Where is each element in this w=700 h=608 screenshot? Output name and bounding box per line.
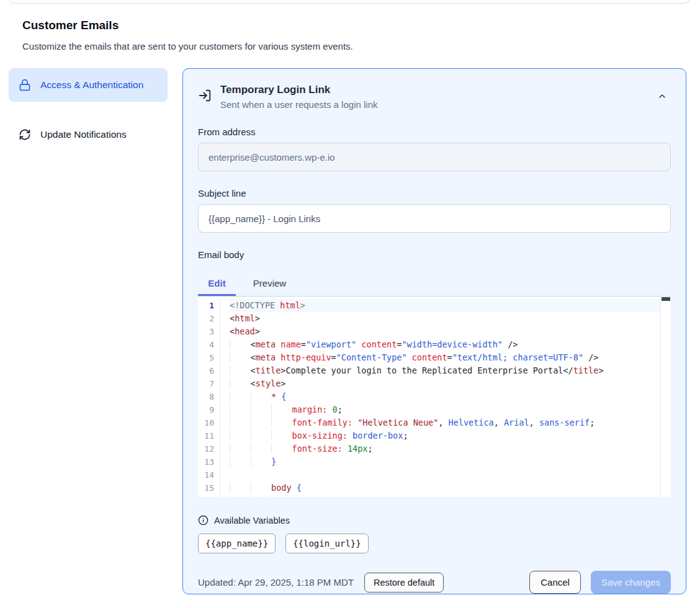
code-line: <meta name="viewport" content="width=dev… (230, 338, 671, 351)
line-number: 11 (198, 429, 214, 442)
collapse-panel-button[interactable] (653, 87, 671, 105)
line-number: 10 (198, 416, 214, 429)
line-number: 9 (198, 403, 214, 416)
line-number: 12 (198, 442, 214, 455)
restore-default-button[interactable]: Restore default (364, 573, 444, 592)
line-number: 3 (198, 325, 214, 338)
page-title: Customer Emails (22, 19, 119, 32)
panel-title: Temporary Login Link (220, 84, 645, 96)
sidebar-item-access-authentication[interactable]: Access & Authentication (9, 68, 168, 102)
line-number: 4 (198, 338, 214, 351)
code-line: } (230, 455, 671, 468)
code-line: body { (230, 481, 671, 494)
code-line: box-sizing: border-box; (230, 429, 671, 442)
line-number: 1 (198, 299, 214, 312)
updated-timestamp: Updated: Apr 29, 2025, 1:18 PM MDT (198, 577, 354, 588)
temporary-login-link-panel: Temporary Login Link Sent when a user re… (182, 68, 686, 594)
from-address-input[interactable] (198, 143, 671, 171)
code-line: <html> (230, 312, 671, 325)
collapsed-card-bottom-edge (9, 0, 690, 4)
code-line: <!DOCTYPE html> (230, 299, 671, 312)
available-variables-label: Available Variables (214, 516, 290, 525)
line-number: 13 (198, 455, 214, 468)
code-line (230, 468, 671, 481)
settings-sidebar: Access & Authentication Update Notificat… (9, 68, 168, 151)
code-line: <style> (230, 377, 671, 390)
editor-scrollbar-thumb[interactable] (662, 297, 670, 301)
save-changes-button[interactable]: Save changes (591, 571, 671, 594)
lock-icon (19, 79, 31, 91)
gutter: 12345678910111213141516 (198, 299, 220, 497)
code-line: <head> (230, 325, 671, 338)
panel-subtitle: Sent when a user requests a login link (220, 99, 645, 110)
page-subtitle: Customize the emails that are sent to yo… (22, 41, 353, 51)
email-body-code-editor[interactable]: 12345678910111213141516 <!DOCTYPE html><… (198, 296, 671, 497)
code-line: margin: 0; (230, 403, 671, 416)
tab-edit[interactable]: Edit (198, 273, 236, 296)
code-lines: <!DOCTYPE html><html><head> <meta name="… (220, 299, 671, 497)
email-body-tabs: Edit Preview (198, 273, 671, 296)
sidebar-item-update-notifications[interactable]: Update Notifications (9, 118, 168, 151)
variable-chip-login-url[interactable]: {{login_url}} (285, 534, 369, 553)
panel-header: Temporary Login Link Sent when a user re… (198, 84, 671, 110)
subject-line-label: Subject line (198, 188, 671, 199)
info-icon (198, 515, 209, 525)
editor-scrollbar-track[interactable] (660, 297, 671, 497)
code-line: font-family: "Helvetica Neue", Helvetica… (230, 416, 671, 429)
chevron-up-icon (657, 91, 667, 101)
code-line: background-color: #f6f6f6; (230, 494, 671, 497)
sidebar-item-label: Access & Authentication (40, 78, 143, 92)
cancel-button[interactable]: Cancel (529, 571, 581, 594)
line-number: 14 (198, 468, 214, 481)
log-in-icon (198, 89, 212, 102)
subject-line-input[interactable] (198, 204, 671, 233)
line-number: 6 (198, 364, 214, 377)
from-address-label: From address (198, 127, 671, 137)
line-number: 5 (198, 351, 214, 364)
code-line: font-size: 14px; (230, 442, 671, 455)
line-number: 8 (198, 390, 214, 403)
line-number: 2 (198, 312, 214, 325)
email-body-label: Email body (198, 249, 671, 260)
line-number: 16 (198, 494, 214, 497)
code-line: <meta http-equiv="Content-Type" content=… (230, 351, 671, 364)
line-number: 7 (198, 377, 214, 390)
variable-chips: {{app_name}} {{login_url}} (198, 534, 671, 553)
code-line: * { (230, 390, 671, 403)
panel-footer: Updated: Apr 29, 2025, 1:18 PM MDT Resto… (198, 571, 671, 594)
variable-chip-app-name[interactable]: {{app_name}} (198, 534, 276, 553)
sidebar-item-label: Update Notifications (40, 127, 127, 142)
code-line: <title>Complete your login to the Replic… (230, 364, 671, 377)
line-number: 15 (198, 481, 214, 494)
refresh-icon (19, 128, 31, 141)
tab-preview[interactable]: Preview (251, 273, 289, 296)
